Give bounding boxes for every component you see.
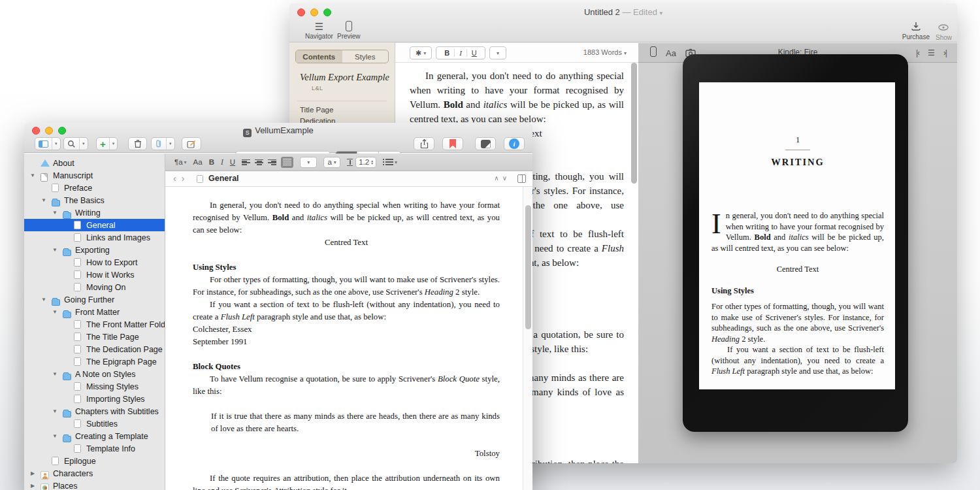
- history-back-forward[interactable]: ‹›: [173, 173, 189, 184]
- disclosure-open-icon[interactable]: ▼: [52, 210, 58, 216]
- disclosure-open-icon[interactable]: ▼: [41, 197, 47, 203]
- purchase-button[interactable]: Purchase: [902, 21, 930, 41]
- binder-item-how-to-export[interactable]: How to Export: [24, 256, 165, 269]
- binder-item-label: Epilogue: [64, 457, 96, 466]
- editor-scrollbar[interactable]: [523, 187, 532, 490]
- binder-item-a-note-on-styles[interactable]: ▼A Note on Styles: [24, 368, 165, 380]
- binder-item-preface[interactable]: Preface: [24, 182, 165, 194]
- binder-item-the-basics[interactable]: ▼The Basics: [24, 194, 165, 206]
- compose-button[interactable]: [182, 137, 201, 150]
- align-center-button[interactable]: [255, 159, 263, 166]
- document-icon: [197, 175, 203, 183]
- preview-button[interactable]: Preview: [337, 21, 361, 40]
- text-color-well[interactable]: ▾: [300, 157, 317, 168]
- bookmark-icon: [449, 139, 456, 148]
- binder-item-subtitles[interactable]: Subtitles: [24, 417, 165, 430]
- binder-item-label: How to Export: [86, 258, 138, 267]
- binder-item-places[interactable]: ▶Places: [24, 480, 165, 490]
- editor-scrollbar-thumb[interactable]: [525, 205, 531, 329]
- binder-item-how-it-works[interactable]: How it Works: [24, 269, 165, 281]
- split-view-icon[interactable]: [517, 174, 526, 183]
- paragraph: If it is true that there as many minds a…: [211, 410, 500, 435]
- share-button[interactable]: [414, 137, 434, 150]
- navigator-button[interactable]: ☰ Navigator: [305, 21, 333, 40]
- more-formatting-button[interactable]: ▾: [489, 46, 506, 59]
- info-icon: i: [509, 139, 519, 149]
- font-dropdown[interactable]: Aa: [193, 158, 203, 166]
- binder-item-the-epigraph-page[interactable]: The Epigraph Page: [24, 355, 165, 368]
- editor-text[interactable]: In general, you don't need to do anythin…: [193, 199, 500, 490]
- doc-icon: [74, 333, 81, 341]
- disclosure-open-icon[interactable]: ▼: [52, 247, 58, 253]
- word-count[interactable]: 1883 Words ▾: [583, 48, 627, 56]
- page-list-icon[interactable]: ☰: [928, 48, 935, 57]
- disclosure-open-icon[interactable]: ▼: [52, 408, 58, 414]
- disclosure-open-icon[interactable]: ▼: [52, 371, 58, 377]
- search-button[interactable]: ▾: [63, 137, 88, 150]
- binder-item-general[interactable]: General: [24, 219, 165, 231]
- sibling-nav-arrows[interactable]: ∧∨: [494, 174, 510, 182]
- disclosure-closed-icon[interactable]: ▶: [29, 470, 36, 476]
- title-chevron-icon[interactable]: ▾: [660, 10, 663, 16]
- paragraph-style-dropdown[interactable]: ¶a▾: [174, 158, 187, 166]
- binder-item-importing-styles[interactable]: Importing Styles: [24, 393, 165, 405]
- binder-item-exporting[interactable]: ▼Exporting: [24, 244, 165, 256]
- binder-item-front-matter[interactable]: ▼Front Matter: [24, 306, 165, 318]
- binder-item-epilogue[interactable]: Epilogue: [24, 455, 165, 467]
- paragraph: For other types of formatting, though, y…: [193, 274, 500, 299]
- contents-item-title-page[interactable]: Title Page: [300, 106, 333, 114]
- vellum-scrollbar-thumb[interactable]: [631, 63, 637, 184]
- binder-item-writing[interactable]: ▼Writing: [24, 206, 165, 219]
- binder-item-template-info[interactable]: Template Info: [24, 442, 165, 455]
- disclosure-open-icon[interactable]: ▼: [52, 309, 58, 315]
- paragraph: For other types of formatting, though, y…: [711, 301, 884, 344]
- binder-item-going-further[interactable]: ▼Going Further: [24, 293, 165, 306]
- tab-contents[interactable]: Contents: [296, 50, 342, 63]
- binder-item-links-and-images[interactable]: Links and Images: [24, 231, 165, 244]
- show-button[interactable]: Show: [936, 21, 952, 41]
- go-to-end-icon[interactable]: ›|: [943, 48, 947, 57]
- disclosure-open-icon[interactable]: ▼: [41, 297, 47, 302]
- binder-item-the-title-page[interactable]: The Title Page: [24, 331, 165, 343]
- line-spacing-stepper[interactable]: 1.2 ▴▾: [355, 157, 376, 168]
- attach-button[interactable]: ▾: [151, 137, 175, 150]
- trash-button[interactable]: [128, 137, 147, 150]
- disclosure-closed-icon[interactable]: ▶: [29, 483, 36, 489]
- vellum-scrollbar[interactable]: [631, 44, 637, 462]
- underline-button[interactable]: U: [230, 158, 235, 166]
- view-mode-button[interactable]: ▾: [35, 137, 61, 150]
- inspector-button[interactable]: i: [504, 137, 525, 150]
- binder-item-chapters-with-subtitles[interactable]: ▼Chapters with Subtitles: [24, 405, 165, 417]
- underline-button[interactable]: U: [467, 49, 482, 57]
- go-to-start-icon[interactable]: |‹: [916, 48, 919, 57]
- quick-reference-button[interactable]: [475, 137, 496, 150]
- add-item-button[interactable]: +▾: [96, 137, 118, 150]
- binder-item-characters[interactable]: ▶Characters: [24, 467, 165, 480]
- highlight-color-well[interactable]: a▾: [323, 157, 340, 168]
- bold-italic-underline-group[interactable]: BIU: [436, 46, 485, 59]
- bold-button[interactable]: B: [440, 49, 455, 57]
- binder-item-the-front-matter-folder[interactable]: The Front Matter Folder: [24, 318, 165, 331]
- contents-styles-tabs[interactable]: Contents Styles: [295, 50, 389, 63]
- binder-item-the-dedication-page[interactable]: The Dedication Page: [24, 343, 165, 355]
- tab-styles[interactable]: Styles: [342, 50, 389, 63]
- binder-item-about[interactable]: About: [24, 157, 165, 169]
- bold-button[interactable]: B: [209, 158, 214, 166]
- justify-button[interactable]: [281, 157, 293, 168]
- bookmark-button[interactable]: [442, 137, 463, 150]
- list-dropdown[interactable]: ▾: [383, 159, 397, 165]
- line-spacing-icon[interactable]: [347, 159, 353, 166]
- paragraph: September 1991: [193, 336, 500, 348]
- style-menu-button[interactable]: ✱ ▾: [410, 46, 432, 59]
- binder-item-creating-a-template[interactable]: ▼Creating a Template: [24, 430, 165, 442]
- binder-item-missing-styles[interactable]: Missing Styles: [24, 380, 165, 393]
- disclosure-open-icon[interactable]: ▼: [52, 433, 58, 439]
- align-right-button[interactable]: [268, 159, 276, 166]
- binder-item-manuscript[interactable]: ▼Manuscript: [24, 169, 165, 182]
- disclosure-open-icon[interactable]: ▼: [29, 172, 36, 178]
- italic-button[interactable]: I: [221, 158, 223, 166]
- editor-text-area[interactable]: In general, you don't need to do anythin…: [165, 187, 523, 490]
- binder-item-moving-on[interactable]: Moving On: [24, 281, 165, 293]
- italic-button[interactable]: I: [455, 49, 467, 57]
- align-left-button[interactable]: [242, 159, 250, 166]
